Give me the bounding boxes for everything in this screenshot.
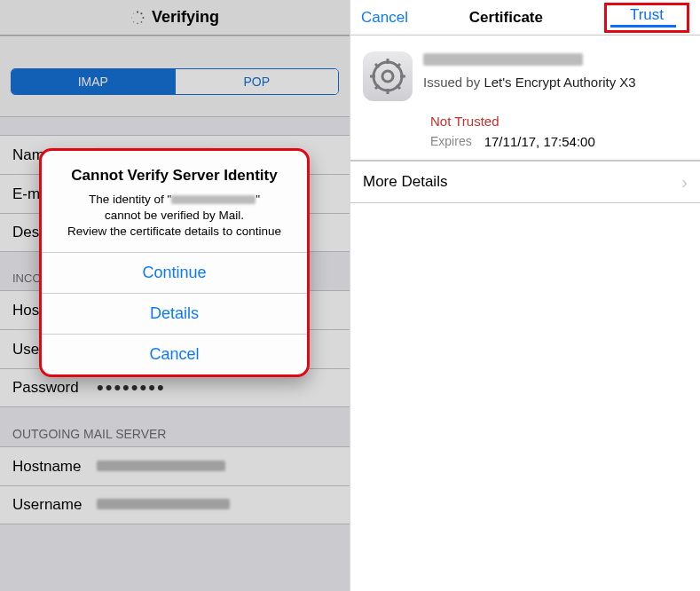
issued-by: Issued by Let's Encrypt Authority X3 (423, 75, 688, 90)
trust-highlight-frame: Trust (604, 3, 689, 33)
alert-msg-prefix: The identity of " (89, 193, 171, 206)
alert-title: Cannot Verify Server Identity (54, 167, 295, 185)
alert-message: The identity of "" cannot be verified by… (54, 192, 295, 240)
trust-status-row: Not Trusted (350, 112, 700, 132)
alert-msg-l2: cannot be verified by Mail. (105, 209, 244, 222)
cert-title: Certificate (469, 9, 543, 27)
right-header: Cancel Certificate Trust (350, 0, 700, 35)
svg-point-9 (382, 71, 393, 82)
more-details-row[interactable]: More Details › (350, 161, 700, 203)
trust-button[interactable]: Trust (610, 6, 683, 23)
alert-details-button[interactable]: Details (42, 293, 307, 334)
issued-prefix: Issued by (423, 75, 484, 90)
right-pane-certificate: Cancel Certificate Trust Issued by Let's… (350, 0, 700, 591)
left-pane-mail-setup: Verifying IMAP POP Name E-mail Descripti… (0, 0, 350, 591)
issued-authority: Let's Encrypt Authority X3 (484, 75, 635, 90)
expires-label: Expires (430, 134, 472, 149)
alert-msg-suffix: " (256, 193, 260, 206)
alert-continue-button[interactable]: Continue (42, 252, 307, 293)
cert-cancel-button[interactable]: Cancel (361, 9, 408, 27)
cert-cn (423, 53, 688, 67)
verify-alert: Cannot Verify Server Identity The identi… (39, 148, 310, 377)
chevron-right-icon: › (681, 172, 688, 193)
alert-msg-l3: Review the certificate details to contin… (67, 225, 281, 238)
settings-gear-icon (363, 51, 413, 101)
not-trusted-label: Not Trusted (430, 114, 499, 129)
expires-value: 17/11/17, 17:54:00 (484, 134, 595, 149)
more-details-label: More Details (363, 173, 447, 191)
cert-summary: Issued by Let's Encrypt Authority X3 (350, 35, 700, 112)
expires-row: Expires 17/11/17, 17:54:00 (350, 132, 700, 160)
alert-cancel-button[interactable]: Cancel (42, 334, 307, 374)
